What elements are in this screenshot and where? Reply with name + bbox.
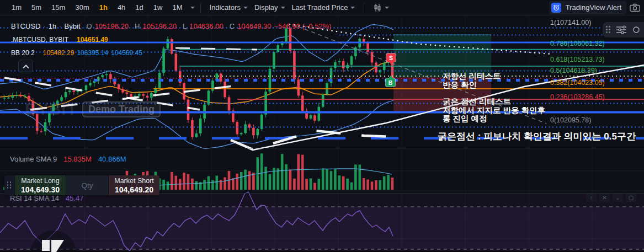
short-button-label: Market Short xyxy=(114,177,154,185)
fib-level-label[interactable]: 0.618(105213.73) xyxy=(550,56,605,63)
camera-icon xyxy=(630,3,641,12)
bb-basis-value: 105482.29 xyxy=(43,49,74,57)
watermark-mode-badge: Demo Trading xyxy=(82,101,161,117)
floating-drawing-toolbar[interactable] xyxy=(603,22,644,37)
long-button-price: 104,649.30 xyxy=(21,185,60,194)
volume-sma-value: 40.866M xyxy=(98,155,126,163)
bb-lower-value: 104569.45 xyxy=(111,49,142,57)
quantity-placeholder: Qty xyxy=(81,181,93,190)
chevron-down-icon xyxy=(281,7,285,9)
annotation-dotted-retest-plan[interactable]: 굵은 점선 리테스트 저항에서 지지로 반응 확인후 롱 진입 예정 xyxy=(443,98,545,124)
price-source-button[interactable]: Last Traded Price xyxy=(289,3,359,12)
fib-level-label[interactable]: 0(102095.78) xyxy=(550,116,591,124)
fib-level-label[interactable]: 0.786(106061.32) xyxy=(550,40,605,47)
quantity-field[interactable]: Qty xyxy=(66,175,108,195)
watermark: BYBIT Demo Trading xyxy=(25,100,161,119)
annotation-line: 반응 확인 xyxy=(443,81,501,90)
rsi-indicator-name[interactable]: RSI 14 SMA 14 xyxy=(10,194,59,202)
rsi-legend-row[interactable]: RSI 14 SMA 14 45.47 xyxy=(10,194,83,202)
annotation-resistance-retest[interactable]: 저항선 리테스트 반응 확인 xyxy=(443,72,501,89)
timeframe-1h[interactable]: 1h xyxy=(94,3,113,12)
fib-level-label[interactable]: 1(107141.00) xyxy=(550,19,591,26)
timeframe-1w[interactable]: 1w xyxy=(148,3,168,12)
drag-handle-icon[interactable] xyxy=(606,26,611,34)
trade-panel-drag-handle[interactable] xyxy=(4,175,14,195)
indicators-button[interactable]: Indicators xyxy=(206,3,251,12)
high-value: 105196.20 xyxy=(142,22,176,30)
style-circle-icon[interactable] xyxy=(632,25,641,34)
display-button[interactable]: Display xyxy=(251,3,289,12)
alert-button-label: TradingView Alert xyxy=(566,3,621,12)
fib-level-label[interactable]: 0.5(104618.39) xyxy=(550,67,597,74)
price-source-label: Last Traded Price xyxy=(292,3,348,12)
buy-marker[interactable]: B xyxy=(386,78,395,87)
sell-marker[interactable]: S xyxy=(386,53,396,62)
volume-indicator-name[interactable]: Volume SMA 9 xyxy=(10,155,57,163)
annotation-line: 롱 진입 예정 xyxy=(443,115,545,124)
move-pane-up-button[interactable]: ↑ xyxy=(586,194,597,202)
legend-separator: · xyxy=(59,22,61,30)
legend-collapse-button[interactable] xyxy=(18,60,33,72)
bb-indicator-name[interactable]: BB 20 2 xyxy=(11,49,35,57)
top-toolbar: 1m 5m 15m 30m 1h 4h 1d 1w 1M Indicators … xyxy=(0,0,644,15)
timeframe-1m[interactable]: 1m xyxy=(7,3,26,12)
timeframe-15m[interactable]: 15m xyxy=(46,3,70,12)
volume-legend-row[interactable]: Volume SMA 9 15.835M 40.866M xyxy=(10,155,126,163)
toolbar-separator xyxy=(200,3,201,13)
close-value: 104649.30 xyxy=(237,22,271,30)
close-label: C xyxy=(230,22,235,30)
main-series-legend-row[interactable]: BTCUSD · 1h · Bybit O 105196.20 H 105196… xyxy=(11,22,332,31)
change-value: −546.90 (−0.52%) xyxy=(274,22,331,30)
pane-backgrounds xyxy=(0,193,644,252)
alarm-clock-icon xyxy=(551,3,561,13)
drag-handle-icon xyxy=(7,181,12,189)
short-button-price: 104,649.20 xyxy=(115,185,153,194)
chart-legend: BTCUSD · 1h · Bybit O 105196.20 H 105196… xyxy=(11,22,332,61)
high-label: H xyxy=(135,22,140,30)
chevron-up-icon xyxy=(23,65,29,71)
chart-style-button[interactable] xyxy=(370,3,392,12)
overlay-symbol-name[interactable]: .MBTCUSD, BYBIT xyxy=(11,36,68,44)
toolbar-separator xyxy=(364,3,364,13)
fib-level-label[interactable]: 0.236(103286.45) xyxy=(550,93,605,101)
overlay-symbol-value: 104651.49 xyxy=(77,36,108,44)
settings-sliders-icon[interactable] xyxy=(615,25,627,35)
timeframe-dropdown-caret-icon[interactable] xyxy=(190,7,195,9)
timeframe-4h[interactable]: 4h xyxy=(113,3,130,12)
symbol-interval[interactable]: 1h xyxy=(49,22,56,30)
chevron-down-icon xyxy=(350,7,355,9)
screenshot-button[interactable] xyxy=(630,3,644,12)
long-button-label: Market Long xyxy=(21,177,59,185)
tradingview-chart-window: BYBIT Demo Trading 1m 5m 15m 30m 1h 4h 1… xyxy=(0,0,644,252)
timeframe-1d[interactable]: 1d xyxy=(130,3,148,12)
rsi-pane-controls: ↑ ✕ ⌄ ▢ xyxy=(586,194,636,202)
tradingview-alert-button[interactable]: TradingView Alert xyxy=(549,1,626,14)
annotation-line: 굵은 점선 리테스트 xyxy=(443,98,545,106)
timeframe-5m[interactable]: 5m xyxy=(26,3,46,12)
volume-value: 15.835M xyxy=(63,155,92,163)
display-label: Display xyxy=(254,3,278,12)
bollinger-legend-row[interactable]: BB 20 2 105482.29 106395.14 104569.45 xyxy=(11,49,332,57)
maximize-pane-button[interactable]: ▢ xyxy=(626,194,636,202)
legend-separator: · xyxy=(43,22,45,30)
candlestick-style-icon xyxy=(373,3,382,12)
low-label: L xyxy=(183,22,187,30)
overlay-series-legend-row[interactable]: .MBTCUSD, BYBIT 104651.49 xyxy=(11,35,332,44)
close-pane-button[interactable]: ✕ xyxy=(599,194,610,202)
watermark-exchange: BYBIT xyxy=(25,100,77,119)
annotation-line: 저항선 리테스트 xyxy=(443,72,501,81)
fib-level-label[interactable]: 0.382(104023.05) xyxy=(550,79,605,87)
trade-panel: Market Long 104,649.30 Qty Market Short … xyxy=(4,175,159,195)
open-label: O xyxy=(87,22,92,30)
indicators-label: Indicators xyxy=(210,3,241,12)
collapse-pane-button[interactable]: ⌄ xyxy=(613,194,623,202)
timeframe-1M[interactable]: 1M xyxy=(167,3,187,12)
annotation-line: 저항에서 지지로 반응 확인후 xyxy=(443,106,545,115)
market-short-button[interactable]: Market Short 104,649.20 xyxy=(109,175,159,195)
symbol-name[interactable]: BTCUSD xyxy=(11,22,40,30)
market-long-button[interactable]: Market Long 104,649.30 xyxy=(15,175,66,195)
symbol-exchange: Bybit xyxy=(65,22,81,30)
low-value: 104636.00 xyxy=(189,22,223,30)
timeframe-30m[interactable]: 30m xyxy=(70,3,94,12)
annotation-fibonacci-note[interactable]: 굵은점선 : 피보나치 확인결과 의미있는 0.5구간 xyxy=(438,132,636,142)
